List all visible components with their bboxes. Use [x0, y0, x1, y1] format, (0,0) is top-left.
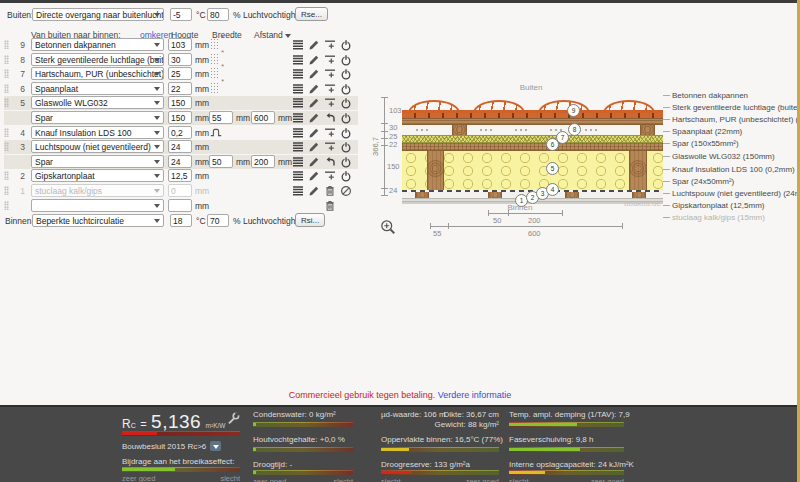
inside-condition-select[interactable]: Beperkte luchtcirculatie [32, 214, 164, 227]
material-select[interactable] [31, 199, 164, 212]
outside-humidity-input[interactable] [207, 8, 229, 21]
drag-handle-icon[interactable] [4, 69, 9, 78]
material-select[interactable]: Gipskartonplaat [31, 169, 164, 182]
zoom-in-icon[interactable] [380, 219, 396, 235]
insert-layer-icon[interactable] [324, 127, 336, 139]
spar-height-input[interactable] [168, 155, 192, 168]
diagram-label: Betonnen dakpannen [672, 91, 748, 100]
rsi-button[interactable]: Rsi... [295, 213, 325, 227]
material-menu-icon[interactable] [292, 141, 304, 153]
power-toggle-icon[interactable] [340, 112, 352, 124]
edit-pencil-icon[interactable] [308, 68, 320, 80]
edit-pencil-icon[interactable] [308, 185, 320, 197]
commercial-notice: Commercieel gebruik tegen betaling. Verd… [0, 390, 800, 400]
trash-icon[interactable] [324, 200, 336, 212]
thickness-input[interactable] [168, 169, 192, 182]
drag-handle-icon[interactable] [4, 186, 9, 195]
undo-arrow-icon[interactable] [324, 156, 336, 168]
thickness-input[interactable] [168, 184, 192, 197]
material-menu-icon[interactable] [292, 170, 304, 182]
outside-temperature-input[interactable] [170, 8, 192, 21]
material-menu-icon[interactable] [292, 83, 304, 95]
insert-layer-icon[interactable] [324, 54, 336, 66]
insert-layer-icon[interactable] [324, 68, 336, 80]
wrench-icon[interactable] [227, 412, 240, 425]
material-select[interactable]: stuclaag kalk/gips [31, 184, 164, 197]
insert-layer-icon[interactable] [324, 97, 336, 109]
material-menu-icon[interactable] [292, 156, 304, 168]
thickness-input[interactable] [168, 53, 192, 66]
edit-pencil-icon[interactable] [308, 170, 320, 182]
drag-handle-icon[interactable] [4, 40, 9, 49]
drag-handle-icon[interactable] [4, 55, 9, 64]
power-toggle-icon[interactable] [340, 156, 352, 168]
edit-pencil-icon[interactable] [308, 141, 320, 153]
power-toggle-icon[interactable] [340, 54, 352, 66]
drag-handle-icon[interactable] [4, 98, 9, 107]
outside-condition-select[interactable]: Directe overgang naar buitenlucht [32, 8, 164, 21]
edit-pencil-icon[interactable] [308, 127, 320, 139]
edit-pencil-icon[interactable] [308, 54, 320, 66]
material-select[interactable]: Sterk geventileerde luchtlage (buitenluc… [31, 53, 164, 66]
thickness-input[interactable] [168, 126, 192, 139]
thickness-input[interactable] [168, 199, 192, 212]
ban-icon[interactable] [340, 185, 352, 197]
insert-layer-icon[interactable] [324, 141, 336, 153]
drag-handle-icon[interactable] [4, 142, 9, 151]
requirement-select[interactable]: Bouwbesluit 2015 Rc>6 [122, 441, 221, 451]
power-toggle-icon[interactable] [340, 68, 352, 80]
material-select[interactable]: Luchtspouw (niet geventileerd) [31, 140, 164, 153]
spar-width-input[interactable] [209, 111, 233, 124]
power-toggle-icon[interactable] [340, 127, 352, 139]
insert-layer-icon[interactable] [324, 170, 336, 182]
material-menu-icon[interactable] [292, 39, 304, 51]
edit-pencil-icon[interactable] [308, 97, 320, 109]
material-menu-icon[interactable] [292, 185, 304, 197]
spar-select[interactable]: Spar [31, 111, 164, 124]
spar-distance-input[interactable] [251, 111, 275, 124]
material-select[interactable]: Spaanplaat [31, 82, 164, 95]
insert-layer-icon[interactable] [324, 83, 336, 95]
drag-handle-icon[interactable] [4, 201, 9, 210]
thickness-input[interactable] [168, 96, 192, 109]
power-toggle-icon[interactable] [340, 83, 352, 95]
layer-number: 1 [12, 186, 25, 196]
spar-distance-input[interactable] [251, 155, 275, 168]
power-toggle-icon[interactable] [340, 170, 352, 182]
material-select[interactable]: Hartschaum, PUR (unbeschichtet) [31, 67, 164, 80]
power-toggle-icon[interactable] [340, 97, 352, 109]
inside-temperature-input[interactable] [170, 214, 192, 227]
material-menu-icon[interactable] [292, 97, 304, 109]
power-toggle-icon[interactable] [340, 141, 352, 153]
inside-humidity-input[interactable] [207, 214, 229, 227]
thickness-input[interactable] [168, 38, 192, 51]
spar-width-input[interactable] [209, 155, 233, 168]
power-toggle-icon[interactable] [340, 39, 352, 51]
drag-handle-icon[interactable] [4, 171, 9, 180]
material-select[interactable]: Glaswolle WLG032 [31, 96, 164, 109]
material-menu-icon[interactable] [292, 112, 304, 124]
material-menu-icon[interactable] [292, 68, 304, 80]
rse-button[interactable]: Rse... [295, 7, 328, 21]
thickness-input[interactable] [168, 140, 192, 153]
thickness-input[interactable] [168, 67, 192, 80]
edit-pencil-icon[interactable] [308, 156, 320, 168]
material-select[interactable]: Knauf Insulation LDS 100 [31, 126, 164, 139]
notice-link[interactable]: Verdere informatie [438, 390, 512, 400]
trash-icon[interactable] [324, 185, 336, 197]
edit-pencil-icon[interactable] [308, 83, 320, 95]
material-menu-icon[interactable] [292, 54, 304, 66]
spar-height-input[interactable] [168, 111, 192, 124]
insert-layer-icon[interactable] [324, 39, 336, 51]
material-menu-icon[interactable] [292, 127, 304, 139]
material-select[interactable]: Betonnen dakpannen [31, 38, 164, 51]
edit-pencil-icon[interactable] [308, 39, 320, 51]
requirement-dropdown-icon[interactable] [210, 441, 221, 451]
construction-diagram: Buiten 103 30 25 22 150 24 366,7 [372, 60, 800, 246]
drag-handle-icon[interactable] [4, 84, 9, 93]
undo-arrow-icon[interactable] [324, 112, 336, 124]
edit-pencil-icon[interactable] [308, 112, 320, 124]
spar-select[interactable]: Spar [31, 155, 164, 168]
thickness-input[interactable] [168, 82, 192, 95]
drag-handle-icon[interactable] [4, 128, 9, 137]
